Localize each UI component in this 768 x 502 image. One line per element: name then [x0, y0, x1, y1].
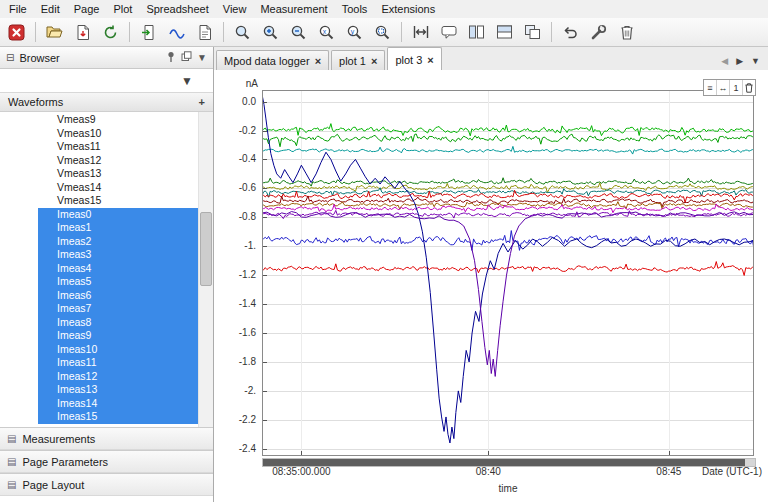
- y-axis-unit: nA: [218, 78, 258, 89]
- menu-extensions[interactable]: Extensions: [374, 1, 442, 17]
- menu-tools[interactable]: Tools: [335, 1, 375, 17]
- import-document-button[interactable]: [135, 20, 162, 45]
- plot-trash-icon[interactable]: [743, 80, 755, 95]
- zoom-box-button[interactable]: [369, 20, 396, 45]
- waveform-item[interactable]: Imeas8: [38, 316, 199, 330]
- x-axis-title: time: [262, 483, 754, 494]
- collapse-icon[interactable]: ⊟: [6, 53, 14, 63]
- zoom-in-button[interactable]: [257, 20, 284, 45]
- plot-canvas[interactable]: [262, 90, 754, 456]
- toolbar-separator: [129, 22, 130, 42]
- scrollbar-thumb[interactable]: [200, 212, 212, 286]
- open-folder-button[interactable]: [41, 20, 68, 45]
- float-panel-icon[interactable]: [181, 51, 192, 64]
- section-measurements[interactable]: ▤ Measurements: [0, 427, 213, 450]
- close-button[interactable]: [3, 20, 30, 45]
- plot-menu-icon[interactable]: ≡: [704, 80, 717, 95]
- overlay-windows-button[interactable]: [519, 20, 546, 45]
- wrench-icon: [590, 24, 607, 41]
- waveforms-section-header[interactable]: Waveforms +: [0, 93, 213, 112]
- waveform-item[interactable]: Vmeas15: [38, 194, 199, 208]
- save-document-button[interactable]: [69, 20, 96, 45]
- menu-view[interactable]: View: [216, 1, 254, 17]
- waveform-item[interactable]: Vmeas14: [38, 181, 199, 195]
- waveform-item[interactable]: Imeas0: [38, 208, 199, 222]
- menu-spreadsheet[interactable]: Spreadsheet: [139, 1, 215, 17]
- waveform-item[interactable]: Imeas15: [38, 410, 199, 424]
- tab-list-dropdown-icon[interactable]: ▼: [751, 56, 760, 66]
- new-sheet-button[interactable]: [191, 20, 218, 45]
- tab-plot-3[interactable]: plot 3 ×: [387, 47, 441, 71]
- zoom-x-button[interactable]: x: [313, 20, 340, 45]
- waveform-item[interactable]: Imeas12: [38, 370, 199, 384]
- waveform-item[interactable]: Vmeas13: [38, 167, 199, 181]
- fit-width-button[interactable]: [407, 20, 434, 45]
- add-waveform-icon[interactable]: +: [199, 96, 205, 108]
- y-tick-label: -1.6: [214, 327, 256, 338]
- undo-icon: [562, 24, 579, 41]
- callout-button[interactable]: [435, 20, 462, 45]
- tab-mpod-data-logger[interactable]: Mpod data logger ×: [216, 50, 329, 70]
- menu-plot[interactable]: Plot: [106, 1, 139, 17]
- waveform-item[interactable]: Imeas9: [38, 329, 199, 343]
- menu-measurement[interactable]: Measurement: [253, 1, 334, 17]
- menu-page[interactable]: Page: [67, 1, 107, 17]
- waveform-item[interactable]: Vmeas12: [38, 154, 199, 168]
- back-icon[interactable]: ◀: [721, 56, 728, 66]
- tab-label: plot 1: [339, 55, 366, 67]
- waveform-item[interactable]: Imeas6: [38, 289, 199, 303]
- section-icon: ▤: [7, 456, 16, 467]
- waveform-item[interactable]: Imeas3: [38, 248, 199, 262]
- waveform-item[interactable]: Vmeas10: [38, 127, 199, 141]
- split-rows-button[interactable]: [491, 20, 518, 45]
- waveform-item[interactable]: Imeas14: [38, 397, 199, 411]
- forward-icon[interactable]: ▶: [736, 56, 743, 66]
- menu-file[interactable]: File: [2, 1, 34, 17]
- waveform-source-dropdown[interactable]: ▼: [0, 69, 213, 93]
- toolbar-separator: [401, 22, 402, 42]
- y-tick-label: 0.0: [214, 96, 256, 107]
- panel-menu-dropdown-icon[interactable]: ▼: [197, 53, 207, 63]
- waveform-item[interactable]: Imeas13: [38, 383, 199, 397]
- zoom-out-button[interactable]: [285, 20, 312, 45]
- waveform-item[interactable]: Vmeas9: [38, 113, 199, 127]
- tab-close-icon[interactable]: ×: [371, 55, 377, 67]
- dropdown-icon: ▼: [181, 75, 193, 87]
- zoom-x-icon: x: [318, 24, 335, 41]
- tab-plot-1[interactable]: plot 1 ×: [331, 50, 385, 70]
- waveform-item[interactable]: Imeas5: [38, 275, 199, 289]
- menu-edit[interactable]: Edit: [34, 1, 67, 17]
- pin-icon[interactable]: [166, 51, 176, 65]
- fit-function-button[interactable]: [163, 20, 190, 45]
- import-document-icon: [141, 24, 157, 41]
- section-label: Page Layout: [22, 479, 84, 491]
- section-page-layout[interactable]: ▤ Page Layout: [0, 473, 213, 496]
- wrench-button[interactable]: [585, 20, 612, 45]
- plot-pan-icon[interactable]: ↔: [717, 80, 730, 95]
- app-window: File Edit Page Plot Spreadsheet View Mea…: [0, 0, 768, 502]
- y-tick-label: -0.8: [214, 211, 256, 222]
- tab-close-icon[interactable]: ×: [427, 54, 433, 66]
- waveform-list-scrollbar[interactable]: [198, 112, 213, 427]
- tab-label: Mpod data logger: [224, 55, 310, 67]
- waveform-item[interactable]: Vmeas11: [38, 140, 199, 154]
- trash-button[interactable]: [613, 20, 640, 45]
- undo-button[interactable]: [557, 20, 584, 45]
- waveform-item[interactable]: Imeas10: [38, 343, 199, 357]
- plot-h-scrollbar-thumb[interactable]: [263, 459, 745, 466]
- waveform-item[interactable]: Imeas4: [38, 262, 199, 276]
- fit-width-icon: [412, 24, 430, 40]
- section-page-parameters[interactable]: ▤ Page Parameters: [0, 450, 213, 473]
- refresh-button[interactable]: [97, 20, 124, 45]
- tab-close-icon[interactable]: ×: [315, 55, 321, 67]
- waveform-item[interactable]: Imeas1: [38, 221, 199, 235]
- zoom-out-icon: [290, 24, 307, 41]
- waveform-item[interactable]: Imeas2: [38, 235, 199, 249]
- two-columns-button[interactable]: [463, 20, 490, 45]
- waveform-item[interactable]: Imeas7: [38, 302, 199, 316]
- waveform-item[interactable]: Imeas11: [38, 356, 199, 370]
- zoom-button[interactable]: [229, 20, 256, 45]
- zoom-y-button[interactable]: y: [341, 20, 368, 45]
- plot-page-number[interactable]: 1: [730, 80, 743, 95]
- svg-text:y: y: [351, 27, 355, 35]
